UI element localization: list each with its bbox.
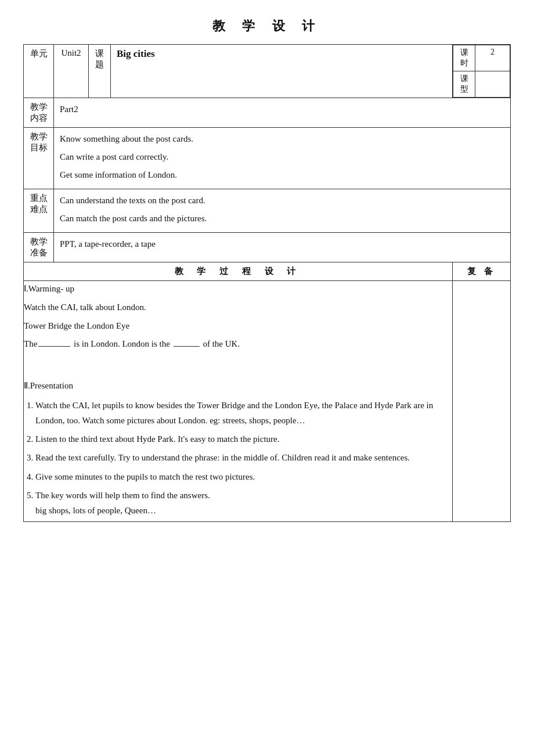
process-header-row: 教 学 过 程 设 计 复 备	[24, 262, 511, 281]
process-section-header: 教 学 过 程 设 计	[24, 262, 453, 281]
process-main-content: Ⅰ.Warming- up Watch the CAI, talk about …	[24, 281, 453, 522]
zhongdian-line-1: Can understand the texts on the post car…	[60, 193, 504, 208]
blank-spacer	[24, 355, 452, 371]
zhongdian-nandian-row: 重点 难点 Can understand the texts on the po…	[24, 189, 511, 233]
mubiao-line-2: Can write a post card correctly.	[60, 149, 504, 165]
keshi-value: 2	[475, 45, 510, 71]
unit-value: Unit2	[54, 45, 89, 98]
presentation-heading: Ⅱ.Presentation	[24, 378, 452, 394]
kexing-label: 课型	[453, 71, 475, 98]
jiaoxue-mubiao-row: 教学 目标 Know something about the post card…	[24, 128, 511, 189]
page-title: 教 学 设 计	[23, 17, 511, 35]
mubiao-line-1: Know something about the post cards.	[60, 131, 504, 147]
jiaoxue-zhunbei-row: 教学 准备 PPT, a tape-recorder, a tape	[24, 233, 511, 262]
list-item-2: Listen to the third text about Hyde Park…	[35, 431, 452, 447]
neirong-content: Part2	[54, 98, 511, 128]
dan-yuan-label: 单元	[24, 45, 54, 98]
mubiao-line-3: Get some information of London.	[60, 167, 504, 183]
tower-bridge-line: Tower Bridge the London Eye	[24, 318, 452, 334]
warming-up-heading: Ⅰ.Warming- up	[24, 281, 452, 297]
presentation-list: Watch the CAI, let pupils to know beside…	[24, 398, 452, 519]
ke-ti-label: 课 题	[89, 45, 111, 98]
zhunbei-content: PPT, a tape-recorder, a tape	[54, 233, 511, 262]
blank-2	[174, 346, 200, 347]
list-item-5: The key words will help them to find the…	[35, 488, 452, 519]
fubei-content-area	[453, 281, 511, 522]
big-cities-title: Big cities	[111, 45, 453, 98]
zhongdian-label: 重点 难点	[24, 189, 54, 233]
zhunbei-label: 教学 准备	[24, 233, 54, 262]
list-item-3: Read the text carefully. Try to understa…	[35, 450, 452, 465]
right-meta-group: 课时 2 课型	[453, 45, 511, 98]
keshi-row: 课时 2	[453, 45, 510, 71]
right-meta-inner: 课时 2 课型	[453, 45, 510, 98]
kexing-value	[475, 71, 510, 98]
watch-cai-line: Watch the CAI, talk about London.	[24, 300, 452, 316]
jiaoxue-neirong-row: 教学 内容 Part2	[24, 98, 511, 128]
process-content-row: Ⅰ.Warming- up Watch the CAI, talk about …	[24, 281, 511, 522]
mubiao-content: Know something about the post cards. Can…	[54, 128, 511, 189]
list-item-1: Watch the CAI, let pupils to know beside…	[35, 398, 452, 429]
mubiao-label: 教学 目标	[24, 128, 54, 189]
fubei-header: 复 备	[453, 262, 511, 281]
list-item-4: Give some minutes to the pupils to match…	[35, 469, 452, 484]
keshi-label: 课时	[453, 45, 475, 71]
kexing-row: 课型	[453, 71, 510, 98]
zhongdian-line-2: Can match the post cards and the picture…	[60, 211, 504, 226]
zhongdian-content: Can understand the texts on the post car…	[54, 189, 511, 233]
neirong-label: 教学 内容	[24, 98, 54, 128]
main-table: 单元 Unit2 课 题 Big cities 课时 2 课型 教学 内容 Pa…	[23, 44, 511, 522]
blank-1	[38, 346, 70, 347]
header-row: 单元 Unit2 课 题 Big cities 课时 2 课型	[24, 45, 511, 98]
the-blank-line: The is in London. London is the of the U…	[24, 336, 452, 352]
